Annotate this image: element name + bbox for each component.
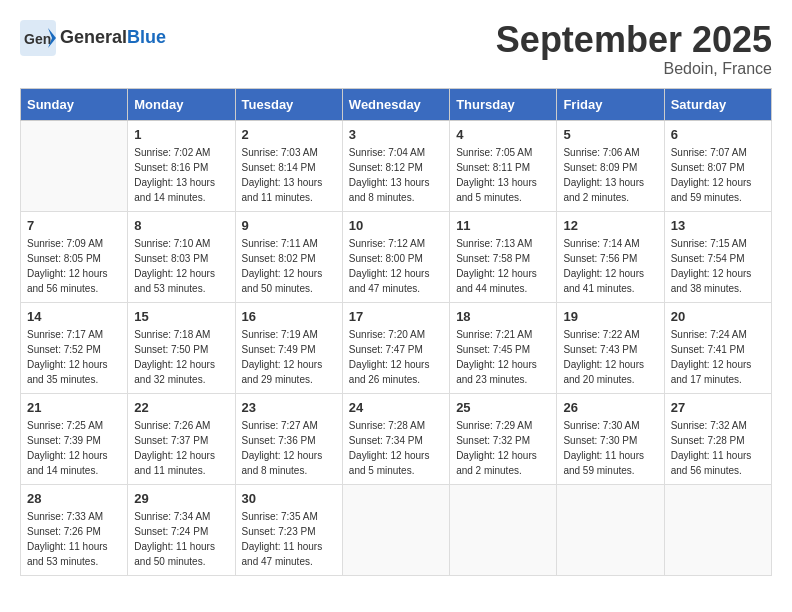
day-number: 13 xyxy=(671,218,765,233)
calendar-cell: 6Sunrise: 7:07 AMSunset: 8:07 PMDaylight… xyxy=(664,120,771,211)
day-number: 28 xyxy=(27,491,121,506)
day-number: 10 xyxy=(349,218,443,233)
day-number: 12 xyxy=(563,218,657,233)
day-number: 30 xyxy=(242,491,336,506)
day-number: 15 xyxy=(134,309,228,324)
day-number: 23 xyxy=(242,400,336,415)
col-header-saturday: Saturday xyxy=(664,88,771,120)
day-number: 14 xyxy=(27,309,121,324)
day-number: 25 xyxy=(456,400,550,415)
calendar-cell: 17Sunrise: 7:20 AMSunset: 7:47 PMDayligh… xyxy=(342,302,449,393)
day-info: Sunrise: 7:34 AMSunset: 7:24 PMDaylight:… xyxy=(134,509,228,569)
week-row-2: 7Sunrise: 7:09 AMSunset: 8:05 PMDaylight… xyxy=(21,211,772,302)
calendar-cell: 20Sunrise: 7:24 AMSunset: 7:41 PMDayligh… xyxy=(664,302,771,393)
day-number: 20 xyxy=(671,309,765,324)
week-row-1: 1Sunrise: 7:02 AMSunset: 8:16 PMDaylight… xyxy=(21,120,772,211)
day-number: 3 xyxy=(349,127,443,142)
day-info: Sunrise: 7:25 AMSunset: 7:39 PMDaylight:… xyxy=(27,418,121,478)
header: Gen GeneralBlue September 2025 Bedoin, F… xyxy=(20,20,772,78)
day-number: 27 xyxy=(671,400,765,415)
calendar-cell: 16Sunrise: 7:19 AMSunset: 7:49 PMDayligh… xyxy=(235,302,342,393)
col-header-sunday: Sunday xyxy=(21,88,128,120)
logo-blue: Blue xyxy=(127,27,166,47)
day-info: Sunrise: 7:04 AMSunset: 8:12 PMDaylight:… xyxy=(349,145,443,205)
calendar-cell xyxy=(21,120,128,211)
day-info: Sunrise: 7:13 AMSunset: 7:58 PMDaylight:… xyxy=(456,236,550,296)
calendar-cell: 30Sunrise: 7:35 AMSunset: 7:23 PMDayligh… xyxy=(235,484,342,575)
location: Bedoin, France xyxy=(496,60,772,78)
day-number: 26 xyxy=(563,400,657,415)
col-header-thursday: Thursday xyxy=(450,88,557,120)
day-info: Sunrise: 7:30 AMSunset: 7:30 PMDaylight:… xyxy=(563,418,657,478)
calendar-cell: 9Sunrise: 7:11 AMSunset: 8:02 PMDaylight… xyxy=(235,211,342,302)
day-info: Sunrise: 7:03 AMSunset: 8:14 PMDaylight:… xyxy=(242,145,336,205)
day-info: Sunrise: 7:35 AMSunset: 7:23 PMDaylight:… xyxy=(242,509,336,569)
calendar-cell: 18Sunrise: 7:21 AMSunset: 7:45 PMDayligh… xyxy=(450,302,557,393)
calendar-cell: 28Sunrise: 7:33 AMSunset: 7:26 PMDayligh… xyxy=(21,484,128,575)
col-header-tuesday: Tuesday xyxy=(235,88,342,120)
col-header-friday: Friday xyxy=(557,88,664,120)
day-info: Sunrise: 7:29 AMSunset: 7:32 PMDaylight:… xyxy=(456,418,550,478)
day-number: 18 xyxy=(456,309,550,324)
day-info: Sunrise: 7:12 AMSunset: 8:00 PMDaylight:… xyxy=(349,236,443,296)
day-number: 4 xyxy=(456,127,550,142)
week-row-5: 28Sunrise: 7:33 AMSunset: 7:26 PMDayligh… xyxy=(21,484,772,575)
calendar-cell: 11Sunrise: 7:13 AMSunset: 7:58 PMDayligh… xyxy=(450,211,557,302)
calendar-cell xyxy=(342,484,449,575)
calendar-cell xyxy=(664,484,771,575)
calendar-header-row: SundayMondayTuesdayWednesdayThursdayFrid… xyxy=(21,88,772,120)
day-number: 7 xyxy=(27,218,121,233)
calendar-cell: 13Sunrise: 7:15 AMSunset: 7:54 PMDayligh… xyxy=(664,211,771,302)
day-info: Sunrise: 7:06 AMSunset: 8:09 PMDaylight:… xyxy=(563,145,657,205)
calendar-cell: 10Sunrise: 7:12 AMSunset: 8:00 PMDayligh… xyxy=(342,211,449,302)
month-title: September 2025 xyxy=(496,20,772,60)
day-number: 24 xyxy=(349,400,443,415)
day-number: 5 xyxy=(563,127,657,142)
day-number: 8 xyxy=(134,218,228,233)
calendar-cell: 7Sunrise: 7:09 AMSunset: 8:05 PMDaylight… xyxy=(21,211,128,302)
calendar-cell: 25Sunrise: 7:29 AMSunset: 7:32 PMDayligh… xyxy=(450,393,557,484)
day-info: Sunrise: 7:09 AMSunset: 8:05 PMDaylight:… xyxy=(27,236,121,296)
day-number: 19 xyxy=(563,309,657,324)
day-number: 21 xyxy=(27,400,121,415)
day-info: Sunrise: 7:05 AMSunset: 8:11 PMDaylight:… xyxy=(456,145,550,205)
calendar-cell xyxy=(557,484,664,575)
logo-general: General xyxy=(60,27,127,47)
col-header-wednesday: Wednesday xyxy=(342,88,449,120)
day-info: Sunrise: 7:20 AMSunset: 7:47 PMDaylight:… xyxy=(349,327,443,387)
calendar-cell: 8Sunrise: 7:10 AMSunset: 8:03 PMDaylight… xyxy=(128,211,235,302)
day-info: Sunrise: 7:17 AMSunset: 7:52 PMDaylight:… xyxy=(27,327,121,387)
calendar-cell: 5Sunrise: 7:06 AMSunset: 8:09 PMDaylight… xyxy=(557,120,664,211)
calendar-cell: 2Sunrise: 7:03 AMSunset: 8:14 PMDaylight… xyxy=(235,120,342,211)
day-info: Sunrise: 7:07 AMSunset: 8:07 PMDaylight:… xyxy=(671,145,765,205)
logo-icon: Gen xyxy=(20,20,56,56)
calendar-cell: 15Sunrise: 7:18 AMSunset: 7:50 PMDayligh… xyxy=(128,302,235,393)
calendar-cell: 21Sunrise: 7:25 AMSunset: 7:39 PMDayligh… xyxy=(21,393,128,484)
day-info: Sunrise: 7:10 AMSunset: 8:03 PMDaylight:… xyxy=(134,236,228,296)
day-number: 2 xyxy=(242,127,336,142)
title-section: September 2025 Bedoin, France xyxy=(496,20,772,78)
calendar-cell: 12Sunrise: 7:14 AMSunset: 7:56 PMDayligh… xyxy=(557,211,664,302)
day-number: 1 xyxy=(134,127,228,142)
day-info: Sunrise: 7:18 AMSunset: 7:50 PMDaylight:… xyxy=(134,327,228,387)
logo: Gen GeneralBlue xyxy=(20,20,166,56)
calendar-cell: 23Sunrise: 7:27 AMSunset: 7:36 PMDayligh… xyxy=(235,393,342,484)
day-number: 17 xyxy=(349,309,443,324)
week-row-3: 14Sunrise: 7:17 AMSunset: 7:52 PMDayligh… xyxy=(21,302,772,393)
day-info: Sunrise: 7:21 AMSunset: 7:45 PMDaylight:… xyxy=(456,327,550,387)
day-number: 16 xyxy=(242,309,336,324)
calendar-table: SundayMondayTuesdayWednesdayThursdayFrid… xyxy=(20,88,772,576)
calendar-cell: 26Sunrise: 7:30 AMSunset: 7:30 PMDayligh… xyxy=(557,393,664,484)
day-number: 22 xyxy=(134,400,228,415)
day-info: Sunrise: 7:22 AMSunset: 7:43 PMDaylight:… xyxy=(563,327,657,387)
day-info: Sunrise: 7:33 AMSunset: 7:26 PMDaylight:… xyxy=(27,509,121,569)
calendar-cell: 27Sunrise: 7:32 AMSunset: 7:28 PMDayligh… xyxy=(664,393,771,484)
day-number: 6 xyxy=(671,127,765,142)
calendar-cell: 3Sunrise: 7:04 AMSunset: 8:12 PMDaylight… xyxy=(342,120,449,211)
day-info: Sunrise: 7:27 AMSunset: 7:36 PMDaylight:… xyxy=(242,418,336,478)
day-info: Sunrise: 7:19 AMSunset: 7:49 PMDaylight:… xyxy=(242,327,336,387)
day-info: Sunrise: 7:15 AMSunset: 7:54 PMDaylight:… xyxy=(671,236,765,296)
day-info: Sunrise: 7:24 AMSunset: 7:41 PMDaylight:… xyxy=(671,327,765,387)
day-info: Sunrise: 7:11 AMSunset: 8:02 PMDaylight:… xyxy=(242,236,336,296)
col-header-monday: Monday xyxy=(128,88,235,120)
